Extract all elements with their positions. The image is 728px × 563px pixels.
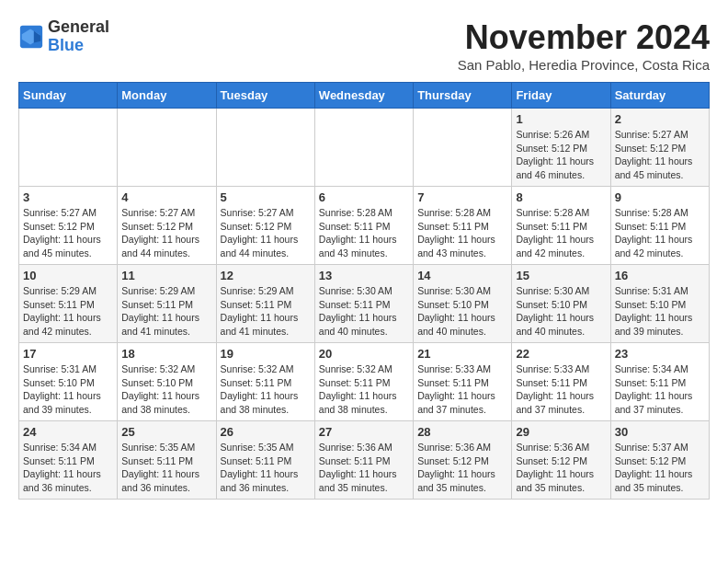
- calendar-cell: 28Sunrise: 5:36 AM Sunset: 5:12 PM Dayli…: [414, 421, 512, 500]
- day-number: 30: [615, 425, 705, 439]
- logo-line2: Blue: [48, 37, 109, 55]
- weekday-header-cell: Sunday: [19, 83, 118, 109]
- weekday-header-cell: Wednesday: [314, 83, 413, 109]
- calendar-cell: 19Sunrise: 5:32 AM Sunset: 5:11 PM Dayli…: [216, 343, 314, 421]
- calendar-cell: 15Sunrise: 5:30 AM Sunset: 5:10 PM Dayli…: [512, 265, 610, 343]
- calendar-week-row: 3Sunrise: 5:27 AM Sunset: 5:12 PM Daylig…: [19, 187, 710, 265]
- day-number: 15: [516, 269, 606, 282]
- calendar-cell: 1Sunrise: 5:26 AM Sunset: 5:12 PM Daylig…: [512, 109, 610, 187]
- day-info: Sunrise: 5:37 AM Sunset: 5:12 PM Dayligh…: [615, 441, 705, 495]
- calendar-cell: 21Sunrise: 5:33 AM Sunset: 5:11 PM Dayli…: [414, 343, 512, 421]
- calendar-cell: 20Sunrise: 5:32 AM Sunset: 5:11 PM Dayli…: [314, 343, 413, 421]
- day-number: 28: [417, 425, 507, 439]
- weekday-header-cell: Tuesday: [216, 83, 314, 109]
- calendar-cell: [314, 109, 413, 187]
- weekday-header: SundayMondayTuesdayWednesdayThursdayFrid…: [19, 83, 710, 109]
- calendar-cell: 22Sunrise: 5:33 AM Sunset: 5:11 PM Dayli…: [512, 343, 610, 421]
- month-title: November 2024: [458, 18, 710, 57]
- day-info: Sunrise: 5:30 AM Sunset: 5:10 PM Dayligh…: [417, 284, 507, 339]
- calendar-cell: 9Sunrise: 5:28 AM Sunset: 5:11 PM Daylig…: [610, 187, 709, 265]
- day-number: 5: [221, 190, 311, 204]
- day-info: Sunrise: 5:33 AM Sunset: 5:11 PM Dayligh…: [417, 362, 507, 417]
- day-number: 14: [417, 269, 507, 282]
- day-info: Sunrise: 5:34 AM Sunset: 5:11 PM Dayligh…: [23, 441, 113, 495]
- day-number: 27: [319, 425, 409, 439]
- calendar-week-row: 17Sunrise: 5:31 AM Sunset: 5:10 PM Dayli…: [19, 343, 710, 421]
- calendar-week-row: 10Sunrise: 5:29 AM Sunset: 5:11 PM Dayli…: [19, 265, 710, 343]
- calendar-cell: 30Sunrise: 5:37 AM Sunset: 5:12 PM Dayli…: [610, 421, 709, 500]
- calendar-table: SundayMondayTuesdayWednesdayThursdayFrid…: [18, 82, 710, 500]
- day-info: Sunrise: 5:27 AM Sunset: 5:12 PM Dayligh…: [23, 206, 113, 260]
- calendar-body: 1Sunrise: 5:26 AM Sunset: 5:12 PM Daylig…: [19, 109, 710, 500]
- calendar-cell: 2Sunrise: 5:27 AM Sunset: 5:12 PM Daylig…: [610, 109, 709, 187]
- calendar-cell: 10Sunrise: 5:29 AM Sunset: 5:11 PM Dayli…: [19, 265, 118, 343]
- weekday-header-cell: Monday: [118, 83, 216, 109]
- day-info: Sunrise: 5:36 AM Sunset: 5:11 PM Dayligh…: [319, 441, 409, 495]
- day-info: Sunrise: 5:36 AM Sunset: 5:12 PM Dayligh…: [417, 441, 507, 495]
- day-info: Sunrise: 5:29 AM Sunset: 5:11 PM Dayligh…: [23, 284, 113, 339]
- day-number: 12: [221, 269, 311, 282]
- day-number: 4: [121, 190, 211, 204]
- calendar-week-row: 24Sunrise: 5:34 AM Sunset: 5:11 PM Dayli…: [19, 421, 710, 500]
- day-info: Sunrise: 5:34 AM Sunset: 5:11 PM Dayligh…: [615, 362, 705, 417]
- calendar-cell: 7Sunrise: 5:28 AM Sunset: 5:11 PM Daylig…: [414, 187, 512, 265]
- day-number: 23: [615, 347, 705, 361]
- calendar-cell: 12Sunrise: 5:29 AM Sunset: 5:11 PM Dayli…: [216, 265, 314, 343]
- logo-line1: General: [48, 18, 109, 37]
- calendar-week-row: 1Sunrise: 5:26 AM Sunset: 5:12 PM Daylig…: [19, 109, 710, 187]
- logo-text: General Blue: [48, 18, 109, 55]
- calendar-cell: 23Sunrise: 5:34 AM Sunset: 5:11 PM Dayli…: [610, 343, 709, 421]
- calendar-cell: 5Sunrise: 5:27 AM Sunset: 5:12 PM Daylig…: [216, 187, 314, 265]
- calendar-cell: 27Sunrise: 5:36 AM Sunset: 5:11 PM Dayli…: [314, 421, 413, 500]
- day-number: 8: [516, 190, 606, 204]
- day-info: Sunrise: 5:27 AM Sunset: 5:12 PM Dayligh…: [221, 206, 311, 260]
- day-number: 29: [516, 425, 606, 439]
- title-area: November 2024 San Pablo, Heredia Provinc…: [458, 18, 710, 73]
- day-number: 18: [121, 347, 211, 361]
- calendar-cell: 16Sunrise: 5:31 AM Sunset: 5:10 PM Dayli…: [610, 265, 709, 343]
- logo: General Blue: [18, 18, 109, 55]
- calendar-cell: [118, 109, 216, 187]
- day-number: 13: [319, 269, 409, 282]
- day-info: Sunrise: 5:30 AM Sunset: 5:11 PM Dayligh…: [319, 284, 409, 339]
- day-info: Sunrise: 5:32 AM Sunset: 5:11 PM Dayligh…: [221, 362, 311, 417]
- subtitle: San Pablo, Heredia Province, Costa Rica: [458, 57, 710, 73]
- day-number: 24: [23, 425, 113, 439]
- day-info: Sunrise: 5:32 AM Sunset: 5:11 PM Dayligh…: [319, 362, 409, 417]
- day-info: Sunrise: 5:28 AM Sunset: 5:11 PM Dayligh…: [417, 206, 507, 260]
- day-info: Sunrise: 5:35 AM Sunset: 5:11 PM Dayligh…: [221, 441, 311, 495]
- calendar-cell: 11Sunrise: 5:29 AM Sunset: 5:11 PM Dayli…: [118, 265, 216, 343]
- calendar-cell: 25Sunrise: 5:35 AM Sunset: 5:11 PM Dayli…: [118, 421, 216, 500]
- day-info: Sunrise: 5:30 AM Sunset: 5:10 PM Dayligh…: [516, 284, 606, 339]
- day-number: 25: [121, 425, 211, 439]
- day-number: 21: [417, 347, 507, 361]
- day-number: 1: [516, 112, 606, 126]
- weekday-header-cell: Saturday: [610, 83, 709, 109]
- header: General Blue November 2024 San Pablo, He…: [18, 18, 710, 73]
- calendar-cell: 17Sunrise: 5:31 AM Sunset: 5:10 PM Dayli…: [19, 343, 118, 421]
- calendar-cell: 13Sunrise: 5:30 AM Sunset: 5:11 PM Dayli…: [314, 265, 413, 343]
- day-number: 3: [23, 190, 113, 204]
- weekday-header-cell: Friday: [512, 83, 610, 109]
- day-number: 11: [121, 269, 211, 282]
- calendar-cell: 6Sunrise: 5:28 AM Sunset: 5:11 PM Daylig…: [314, 187, 413, 265]
- day-info: Sunrise: 5:31 AM Sunset: 5:10 PM Dayligh…: [23, 362, 113, 417]
- day-number: 6: [319, 190, 409, 204]
- day-number: 16: [615, 269, 705, 282]
- day-info: Sunrise: 5:28 AM Sunset: 5:11 PM Dayligh…: [319, 206, 409, 260]
- calendar-cell: 8Sunrise: 5:28 AM Sunset: 5:11 PM Daylig…: [512, 187, 610, 265]
- day-number: 26: [221, 425, 311, 439]
- calendar-cell: 4Sunrise: 5:27 AM Sunset: 5:12 PM Daylig…: [118, 187, 216, 265]
- day-info: Sunrise: 5:28 AM Sunset: 5:11 PM Dayligh…: [516, 206, 606, 260]
- day-number: 10: [23, 269, 113, 282]
- day-info: Sunrise: 5:29 AM Sunset: 5:11 PM Dayligh…: [121, 284, 211, 339]
- calendar-cell: [414, 109, 512, 187]
- day-info: Sunrise: 5:27 AM Sunset: 5:12 PM Dayligh…: [615, 128, 705, 182]
- logo-icon: [18, 24, 44, 50]
- day-number: 2: [615, 112, 705, 126]
- calendar-cell: [19, 109, 118, 187]
- day-info: Sunrise: 5:32 AM Sunset: 5:10 PM Dayligh…: [121, 362, 211, 417]
- calendar-cell: [216, 109, 314, 187]
- day-number: 17: [23, 347, 113, 361]
- calendar-cell: 3Sunrise: 5:27 AM Sunset: 5:12 PM Daylig…: [19, 187, 118, 265]
